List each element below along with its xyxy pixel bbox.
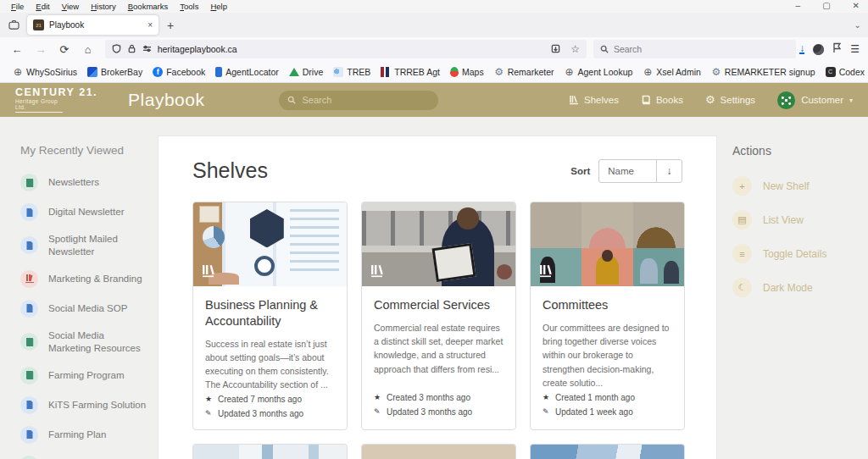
- browser-menubar: File Edit View History Bookmarks Tools H…: [0, 0, 868, 13]
- menu-hamburger-icon[interactable]: ☰: [850, 43, 860, 55]
- sidebar-item-marketing-branding[interactable]: Marketing & Branding: [20, 270, 149, 288]
- shelf-cover-image: [193, 202, 347, 286]
- menu-file[interactable]: File: [5, 1, 30, 12]
- bookmark-remarketer[interactable]: ⚙Remarketer: [490, 65, 559, 79]
- browser-tabstrip: 21 Playbook × + ⌄: [0, 13, 868, 37]
- avatar: [777, 91, 795, 109]
- site-search-input[interactable]: [302, 95, 420, 105]
- home-icon[interactable]: ⌂: [78, 40, 98, 58]
- bookmark-agent-lookup[interactable]: ⊕Agent Lookup: [560, 65, 637, 79]
- codex-icon: C: [826, 67, 836, 77]
- grid-icon: ▤: [732, 210, 752, 230]
- shelf-cover-image: [193, 445, 347, 459]
- browser-tab-playbook[interactable]: 21 Playbook ×: [27, 15, 159, 35]
- shelf-card-commercial-services[interactable]: Commercial Services Commercial real esta…: [361, 202, 516, 430]
- book-icon: [20, 456, 38, 459]
- bookmark-trreb-agt[interactable]: TRREB Agt: [376, 65, 444, 79]
- site-search-bar[interactable]: [279, 91, 438, 110]
- bookmark-star-icon[interactable]: ☆: [570, 43, 580, 55]
- permissions-icon[interactable]: [142, 41, 152, 57]
- url-bar[interactable]: heritageplaybook.ca ☆: [105, 40, 587, 58]
- reload-icon[interactable]: ⟳: [54, 40, 75, 58]
- shield-icon[interactable]: [112, 41, 121, 57]
- forward-icon[interactable]: →: [31, 40, 51, 58]
- agentlocator-icon: [215, 67, 222, 77]
- user-menu[interactable]: Customer ▾: [777, 91, 853, 109]
- tab-title: Playbook: [49, 20, 142, 30]
- sidebar-item-farming-plan[interactable]: Farming Plan: [20, 426, 149, 444]
- bookmark-agentlocator[interactable]: AgentLocator: [211, 65, 282, 79]
- menu-tools[interactable]: Tools: [174, 1, 204, 12]
- window-minimize-button[interactable]: –: [796, 1, 801, 11]
- search-icon: [287, 92, 296, 108]
- sidebar-item-social-media-marketing-resources[interactable]: Social Media Marketing Resources: [20, 329, 149, 355]
- menu-bookmarks[interactable]: Bookmarks: [122, 1, 175, 12]
- downloads-icon[interactable]: ↓: [799, 44, 804, 54]
- new-shelf-button[interactable]: + New Shelf: [732, 176, 868, 196]
- bookmark-xsel-admin[interactable]: ⊕Xsel Admin: [638, 65, 705, 79]
- new-tab-button[interactable]: +: [159, 19, 182, 32]
- list-view-button[interactable]: ▤ List View: [732, 210, 868, 230]
- gear-icon: ⚙: [705, 95, 715, 105]
- shelf-cover-image: [531, 445, 684, 459]
- dark-mode-button[interactable]: ☾ Dark Mode: [732, 278, 868, 297]
- actions-sidebar: Actions + New Shelf ▤ List View ≡ Toggle…: [717, 117, 868, 459]
- window-close-button[interactable]: ✕: [853, 1, 860, 11]
- menu-view[interactable]: View: [56, 1, 85, 12]
- sidebar-item-digital-newsletter[interactable]: Digital Newsletter: [20, 203, 149, 221]
- list-all-tabs-icon[interactable]: ⌄: [854, 20, 861, 30]
- bookmark-brokerbay[interactable]: BrokerBay: [83, 65, 147, 79]
- sidebar-item-social-media-sop[interactable]: Social Media SOP: [20, 300, 149, 318]
- shelf-card-partial[interactable]: [361, 444, 516, 459]
- extension-flag-icon[interactable]: [832, 41, 842, 57]
- browser-search-input[interactable]: [614, 44, 766, 54]
- menu-help[interactable]: Help: [204, 1, 233, 12]
- sort-label: Sort: [570, 166, 590, 176]
- nav-books[interactable]: Books: [641, 95, 683, 105]
- chevron-down-icon: ▾: [849, 97, 853, 104]
- sidebar-item-pop-bys[interactable]: Pop Bys: [20, 456, 149, 459]
- window-maximize-button[interactable]: ▢: [822, 1, 830, 11]
- nav-shelves[interactable]: Shelves: [569, 95, 619, 105]
- shelf-card-business-planning[interactable]: Business Planning & Accountability Succe…: [192, 202, 348, 430]
- toggle-details-button[interactable]: ≡ Toggle Details: [732, 244, 868, 263]
- sort-value-dropdown[interactable]: Name: [599, 160, 656, 182]
- bookmark-remarketer-signup[interactable]: ⚙REMARKETER signup: [707, 65, 820, 79]
- bookmark-facebook[interactable]: fFacebook: [148, 65, 209, 79]
- tab-close-icon[interactable]: ×: [147, 20, 153, 30]
- sidebar-item-farming-program[interactable]: Farming Program: [20, 367, 149, 384]
- shelf-card-committees[interactable]: Committees Our committees are designed t…: [530, 202, 685, 430]
- shelf-card-partial[interactable]: [530, 444, 685, 459]
- century21-logo[interactable]: CENTURY 21. Heritage Group Ltd.: [15, 87, 97, 113]
- bookmark-whysosirius[interactable]: ⊕WhySoSirius: [8, 65, 81, 79]
- menu-history[interactable]: History: [85, 1, 122, 12]
- bookmark-treb[interactable]: TREB: [329, 65, 375, 79]
- save-page-icon[interactable]: [551, 41, 560, 57]
- page-title: Shelves: [192, 158, 268, 183]
- browser-search-bar[interactable]: [593, 40, 796, 58]
- firefox-view-icon[interactable]: [5, 18, 22, 33]
- menu-edit[interactable]: Edit: [30, 1, 55, 12]
- bookmark-drive[interactable]: Drive: [285, 65, 328, 79]
- sidebar-item-newsletters[interactable]: Newsletters: [20, 174, 149, 191]
- shelf-card-partial[interactable]: [192, 444, 348, 459]
- sidebar-item-kits-farming-solution[interactable]: KiTS Farming Solution: [20, 396, 149, 414]
- globe-icon: ⊕: [565, 67, 575, 77]
- brand-name: CENTURY 21.: [15, 87, 97, 98]
- facebook-icon: f: [153, 67, 163, 77]
- site-header: CENTURY 21. Heritage Group Ltd. Playbook…: [0, 83, 868, 117]
- bookmark-maps[interactable]: Maps: [446, 65, 488, 79]
- nav-settings[interactable]: ⚙ Settings: [705, 95, 755, 105]
- bookmarks-bar: ⊕WhySoSirius BrokerBay fFacebook AgentLo…: [0, 61, 868, 83]
- sort-direction-button[interactable]: ↓: [656, 160, 682, 182]
- app-title[interactable]: Playbook: [128, 90, 204, 110]
- sidebar-item-spotlight-mailed-newsletter[interactable]: Spotlight Mailed Newsletter: [20, 233, 149, 258]
- back-icon[interactable]: ←: [7, 40, 27, 58]
- lock-icon[interactable]: [127, 41, 136, 57]
- bookmark-codex[interactable]: CCodex: [821, 65, 868, 79]
- extension-dark-icon[interactable]: [813, 44, 824, 55]
- globe-icon: ⊕: [643, 67, 653, 77]
- page-icon: [20, 396, 38, 414]
- url-text[interactable]: heritageplaybook.ca: [158, 44, 545, 54]
- updated-text: Updated 3 months ago: [218, 406, 303, 421]
